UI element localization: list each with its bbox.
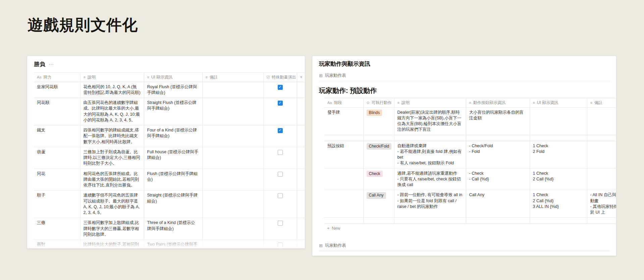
cell-desc[interactable]: Dealer(莊家)決定出牌的順序,順時鐘方向下一家為小盲(SB),小盲下一位為… <box>394 107 466 135</box>
cell-ui-display[interactable] <box>530 135 587 141</box>
cell-ui-display[interactable]: 1 Check 2 Call {%d} <box>530 168 587 190</box>
cell-note[interactable] <box>202 147 263 169</box>
new-row-button[interactable]: + New <box>324 224 616 233</box>
cell-hand[interactable]: 同花 <box>34 169 80 190</box>
column-header-ui[interactable]: ≡UI 顯示資訊 <box>144 73 202 82</box>
cell-ui[interactable]: Flush (並標示公牌與手牌組合) <box>144 169 202 190</box>
cell-hand[interactable]: 順子 <box>34 190 80 218</box>
cell-hand[interactable]: 三條 <box>34 218 80 240</box>
add-column-button[interactable]: + <box>297 73 305 82</box>
default-actions-heading[interactable]: 玩家動作: 預設動作 <box>319 86 616 95</box>
cell-hand[interactable]: 皇家同花順 <box>34 82 80 98</box>
cell-stage[interactable] <box>324 218 363 224</box>
checkbox[interactable] <box>278 193 283 198</box>
checkbox[interactable] <box>278 172 283 177</box>
column-header-desc[interactable]: ≡說明 <box>80 73 144 82</box>
cell-note[interactable] <box>202 240 263 248</box>
cell-note[interactable] <box>587 168 616 190</box>
cell-button-display[interactable]: Call Any <box>466 190 530 218</box>
cell-stage[interactable]: 發手牌 <box>324 107 363 135</box>
cell-ui[interactable]: Royal Flush (並標示公牌與手牌組合) <box>144 82 202 98</box>
cell-desc[interactable]: 花色相同的 10, J, Q, K, A (無需特別標記,即為最大的同花順) <box>80 82 144 98</box>
cell-note[interactable] <box>202 169 263 190</box>
cell-desc[interactable]: 過牌,若不能過牌請玩家重選動作 - 只要有人 raise/bet, check … <box>394 168 466 190</box>
column-header-action[interactable]: ⊙可執行動作 <box>363 98 394 108</box>
column-header-ui-display[interactable]: ≡UI 顯示資訊 <box>530 98 587 108</box>
cell-action[interactable] <box>363 135 394 141</box>
column-header-desc[interactable]: ≡說明 <box>394 98 466 108</box>
cell-desc[interactable]: 自動過牌或棄牌 - 若不能過牌,則直接 fold 牌,例如有bet - 有人 r… <box>394 141 466 168</box>
cell-action[interactable]: Call Any <box>363 190 394 218</box>
cell-note[interactable] <box>202 190 263 218</box>
cell-desc[interactable]: 四張相同數字的牌組成鐵支,搭配一張散牌。比牌時先比鐵支數字大小,相同時再比散牌。 <box>80 125 144 147</box>
cell-desc[interactable]: 比牌時先比大的對子,若相同則比小的對子,再相同則比散牌大小。 <box>80 240 144 248</box>
cell-desc[interactable]: 相同花色的五張牌所組成。比牌由最大張的開始比,若相同則依序往下比,直到分出勝負。 <box>80 169 144 190</box>
cell-ui[interactable]: Straight Flush (並標示公牌與手牌組合) <box>144 98 202 125</box>
column-header-stage[interactable]: Aa階段 <box>324 98 363 108</box>
cell-stage[interactable]: 預設按鈕 <box>324 141 363 168</box>
page-title[interactable]: 遊戲規則文件化 <box>28 15 138 36</box>
cell-note[interactable] <box>202 218 263 240</box>
cell-ui[interactable]: Four of a Kind (並標示公牌與手牌組合) <box>144 125 202 147</box>
cell-action[interactable]: Check <box>363 168 394 190</box>
cell-desc[interactable]: 三條加上對子則成為葫蘆。比牌時,以三條決定大小,三條相同時則比對子大小。 <box>80 147 144 169</box>
cell-hand[interactable]: 兩對 <box>34 240 80 248</box>
cell-stage[interactable] <box>324 190 363 218</box>
cell-button-display[interactable]: 大小盲位的玩家顯示各自的盲注金額 <box>466 107 530 135</box>
cell-spacer <box>297 169 305 190</box>
checkbox[interactable] <box>278 221 283 226</box>
player-actions-title[interactable]: 玩家動作與顯示資訊 <box>319 60 616 68</box>
cell-note[interactable] <box>202 125 263 147</box>
cell-stage[interactable] <box>324 168 363 190</box>
cell-spacer <box>297 147 305 169</box>
column-header-note[interactable]: ≡備註 <box>587 98 616 108</box>
cell-note[interactable] <box>587 218 616 224</box>
cell-ui-display[interactable] <box>530 218 587 224</box>
cell-note[interactable] <box>202 98 263 125</box>
database-view-tab[interactable]: ⊞ 玩家動作表 <box>319 71 610 81</box>
cell-hand[interactable]: 同花順 <box>34 98 80 125</box>
cell-ui-display[interactable]: 1 Check 2 Fold <box>530 141 587 168</box>
cell-note[interactable] <box>587 107 616 135</box>
cell-ui-display[interactable] <box>530 107 587 135</box>
cell-ui[interactable]: Three of a Kind (並標示公牌與手牌組合) <box>144 218 202 240</box>
cell-desc[interactable]: 由五張同花色的連續數字牌組成。比牌時比最大張的大小,最大的同花順為 A, K, … <box>80 98 144 125</box>
cell-ui[interactable]: Straight (並標示公牌與手牌組合) <box>144 190 202 218</box>
cell-action[interactable]: Blinds <box>363 107 394 135</box>
cell-special-animation <box>263 218 297 240</box>
cell-action[interactable] <box>363 218 394 224</box>
cell-ui[interactable]: Two Pairs (並標示公牌與手牌組合) <box>144 240 202 248</box>
column-header-button-display[interactable]: ≡動作按鈕顯示資訊 <box>466 98 530 108</box>
column-header-special-animation[interactable]: ☑特殊動畫演出 <box>263 73 297 82</box>
checkbox[interactable] <box>278 128 283 133</box>
cell-hand[interactable]: 鐵支 <box>34 125 80 147</box>
cell-button-display[interactable]: - Check/Fold - Fold <box>466 141 530 168</box>
cell-note[interactable] <box>202 82 263 98</box>
cell-button-display[interactable]: - Check - Call {%d} <box>466 168 530 190</box>
column-header-hand[interactable]: Aa牌力 <box>34 73 80 82</box>
cell-desc[interactable] <box>394 218 466 224</box>
column-header-note[interactable]: ≡備註 <box>202 73 263 82</box>
cell-button-display[interactable] <box>466 135 530 141</box>
cell-desc[interactable]: - 跟前一位動作, 有可能會導致 all in - 如果前一位是 fold 則跟… <box>394 190 466 218</box>
cell-note[interactable] <box>587 135 616 141</box>
more-options-icon[interactable]: ⋯ <box>49 61 54 67</box>
checkbox[interactable] <box>278 150 283 155</box>
database-view-tab[interactable]: ⊞ 玩家動作表 <box>319 241 610 251</box>
checkbox[interactable] <box>278 85 283 90</box>
cell-action[interactable]: Check/Fold <box>363 141 394 168</box>
cell-desc[interactable]: 連續數字但不同花色的五張牌可以組成順子。最大的順字是 A, K, Q, J, 1… <box>80 190 144 218</box>
player-actions-panel: 玩家動作與顯示資訊 ⊞ 玩家動作表 玩家動作: 預設動作 Aa階段 ⊙可執行動作… <box>312 56 616 256</box>
cell-ui[interactable]: Full house (並標示公牌與手牌組合) <box>144 147 202 169</box>
cell-desc[interactable] <box>394 135 466 141</box>
cell-desc[interactable]: 三張相同數字加上散牌組成,比牌時數字大的三條贏,若數字相同則比散牌。 <box>80 218 144 240</box>
cell-note[interactable]: - All IN 自己與其他 動畫 - 其他玩家特殊動畫 於 UI 上 <box>587 190 616 218</box>
checkbox[interactable] <box>278 242 283 247</box>
cell-hand[interactable]: 葫蘆 <box>34 147 80 169</box>
checkbox[interactable] <box>278 101 283 106</box>
cell-ui-display[interactable]: 1 Check 2 Call {%d} 3 ALL IN {%d} <box>530 190 587 218</box>
cell-stage[interactable] <box>324 135 363 141</box>
winloss-title[interactable]: 勝負 <box>34 60 45 68</box>
cell-note[interactable] <box>587 141 616 168</box>
cell-button-display[interactable] <box>466 218 530 224</box>
